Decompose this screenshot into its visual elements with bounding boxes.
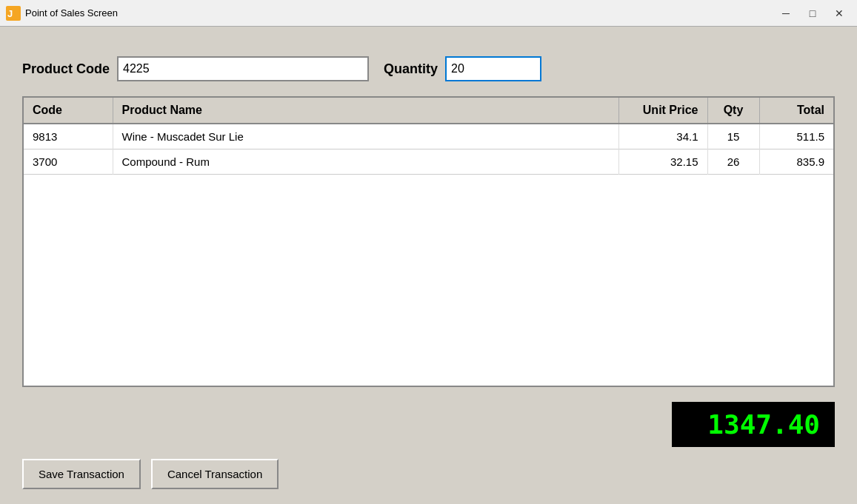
product-code-input[interactable] — [117, 56, 369, 81]
total-row: 1347.40 — [22, 402, 835, 447]
cell-qty: 26 — [707, 149, 759, 175]
cell-qty: 15 — [707, 124, 759, 149]
maximize-button[interactable]: □ — [801, 4, 824, 22]
minimize-button[interactable]: ─ — [774, 4, 798, 22]
col-header-name: Product Name — [113, 98, 618, 124]
cell-code: 9813 — [24, 124, 113, 149]
button-row: Save Transaction Cancel Transaction — [22, 459, 835, 489]
cell-name: Wine - Muscadet Sur Lie — [113, 124, 618, 149]
col-header-unit-price: Unit Price — [618, 98, 707, 124]
cell-unit-price: 34.1 — [618, 124, 707, 149]
table-row: 3700 Compound - Rum 32.15 26 835.9 — [24, 149, 833, 175]
app-icon: J — [6, 6, 21, 21]
save-transaction-button[interactable]: Save Transaction — [22, 459, 141, 489]
cell-name: Compound - Rum — [113, 149, 618, 175]
product-code-label: Product Code — [22, 61, 110, 77]
quantity-group: Quantity — [384, 56, 541, 81]
close-button[interactable]: ✕ — [827, 4, 851, 22]
cell-total: 835.9 — [759, 149, 833, 175]
svg-text:J: J — [7, 8, 13, 19]
table-row: 9813 Wine - Muscadet Sur Lie 34.1 15 511… — [24, 124, 833, 149]
title-bar: J Point of Sales Screen ─ □ ✕ — [0, 0, 857, 27]
col-header-code: Code — [24, 98, 113, 124]
product-code-group: Product Code — [22, 56, 369, 81]
title-bar-left: J Point of Sales Screen — [6, 6, 118, 21]
cell-unit-price: 32.15 — [618, 149, 707, 175]
main-content: Product Code Quantity Code Product Name … — [0, 27, 857, 504]
total-display: 1347.40 — [672, 402, 835, 447]
quantity-input[interactable] — [445, 56, 541, 81]
col-header-total: Total — [759, 98, 833, 124]
input-row: Product Code Quantity — [22, 56, 835, 81]
table-header-row: Code Product Name Unit Price Qty Total — [24, 98, 833, 124]
window-controls: ─ □ ✕ — [774, 4, 851, 22]
quantity-label: Quantity — [384, 61, 438, 77]
transaction-table: Code Product Name Unit Price Qty Total 9… — [24, 98, 833, 175]
cell-total: 511.5 — [759, 124, 833, 149]
col-header-qty: Qty — [707, 98, 759, 124]
window-title: Point of Sales Screen — [25, 7, 118, 19]
transaction-table-container: Code Product Name Unit Price Qty Total 9… — [22, 96, 835, 387]
cancel-transaction-button[interactable]: Cancel Transaction — [151, 459, 279, 489]
cell-code: 3700 — [24, 149, 113, 175]
